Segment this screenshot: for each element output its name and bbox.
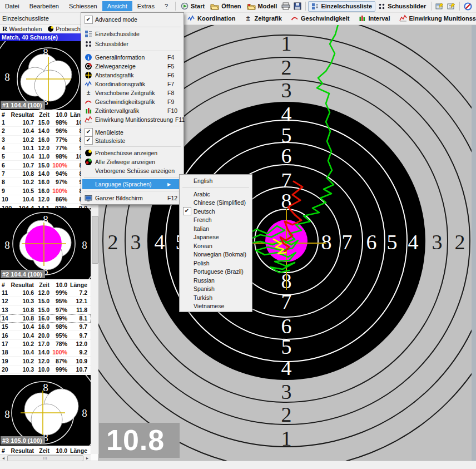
column-header-l-nge: Länge (69, 447, 89, 454)
menu-item-verborgene-sch-sse-anzeigen[interactable]: Verborgene Schüsse anzeigen (82, 166, 182, 175)
table-row[interactable]: 1810.414.0100%9.2 (0, 348, 91, 357)
cell: 12.0 (36, 145, 51, 151)
table-row[interactable]: 1310.815.097%11.8 (0, 306, 91, 314)
viewbar-geschwindigkeit-button[interactable]: Geschwindigkeit (288, 13, 352, 23)
language-item-japanese[interactable]: Japanese (181, 233, 251, 242)
viewbar-einwirkung-munitionsstreuung-button[interactable]: Einwirkung Munitionsstreuung (396, 13, 476, 23)
table-row[interactable]: 710.814.094%8.3 (0, 170, 91, 178)
einzelschussliste-button[interactable]: Einzelschussliste (308, 1, 375, 12)
cell: 94% (51, 170, 69, 177)
menubar-item-[interactable]: ? (160, 1, 173, 11)
menu-item-schussbilder[interactable]: Schussbilder (82, 39, 182, 49)
ring-number: 1 (281, 32, 292, 55)
language-item-norwegian-bokmal[interactable]: Norwegian (Bokmal) (181, 250, 251, 259)
menu-item-label: Alle Zielwege anzeigen (94, 159, 165, 165)
table-header-row: #ResultatZeit10.0Länge (0, 280, 91, 289)
print-button[interactable] (280, 1, 292, 11)
language-item-portuguese-brazil[interactable]: Portuguese (Brazil) (181, 268, 251, 277)
menu-item-ganzer-bildschirm[interactable]: Ganzer BildschirmF12 (82, 193, 182, 203)
start-label: Start (191, 3, 205, 9)
table-row[interactable]: 1610.420.095%9.7 (0, 331, 91, 339)
table-row[interactable]: 1110.612.099%7.2 (0, 289, 91, 297)
menu-item-koordinationsgrafik[interactable]: KoordinationsgrafikF7 (82, 80, 182, 88)
language-item-korean[interactable]: Korean (181, 241, 251, 250)
scrollbar-thumb[interactable]: ||| (7, 455, 83, 461)
stop-session-button[interactable] (462, 1, 474, 12)
ring-number: 1 (281, 427, 292, 450)
table-row[interactable]: 210.414.096%8.4 (0, 127, 91, 135)
table-row[interactable]: 810.216.097%9.4 (0, 178, 91, 186)
schussbilder-button[interactable]: Schussbilder (375, 2, 429, 11)
language-item-spanish[interactable]: Spanish (181, 285, 251, 294)
match-header[interactable]: Match, 40 Schuss(e) (0, 33, 91, 41)
open-button[interactable]: Öffnen (207, 2, 244, 11)
menu-item-label: Menüleiste (94, 129, 165, 136)
shot-target-thumbnail-2[interactable]: 8888#2 104.4 (100) (0, 208, 91, 279)
table-row[interactable]: 410.112.077%9.1 (0, 144, 91, 152)
menu-item-geschwindigkeitsgrafik[interactable]: GeschwindigkeitsgrafikF9 (82, 97, 182, 106)
language-item-deutsch[interactable]: ✔Deutsch (181, 207, 251, 216)
ring-number: 7 (281, 169, 292, 192)
table-row[interactable]: 1210.315.095%12.1 (0, 297, 91, 305)
scroll-left-arrow[interactable]: ◄ (0, 456, 7, 460)
menu-item-abstandsgrafik[interactable]: AbstandsgrafikF6 (82, 71, 182, 80)
shot-target-thumbnail-3[interactable]: 8888#3 105.0 (100) (0, 375, 91, 446)
vertical-scrollbar-main[interactable] (472, 24, 476, 461)
language-item-chinese-simplified[interactable]: Chinese (Simplified) (181, 199, 251, 208)
menu-item-alle-zielwege-anzeigen[interactable]: Alle Zielwege anzeigen (82, 157, 182, 166)
repeat-button[interactable]: R Wiederholen (2, 24, 42, 33)
table-row[interactable]: 1710.217.078%12.0 (0, 340, 91, 348)
menubar-item-extras[interactable]: Extras (132, 1, 160, 11)
menu-item-zeitintervallgrafik[interactable]: ZeitintervallgrafikF10 (82, 106, 182, 115)
menubar-item-ansicht[interactable]: Ansicht (102, 1, 132, 11)
export-window-button[interactable] (434, 2, 445, 11)
table-row[interactable]: 1410.816.099%8.1 (0, 314, 91, 323)
language-item-french[interactable]: French (181, 216, 251, 225)
menu-item-advanced-mode[interactable]: ✔Advanced mode (82, 14, 182, 25)
viewbar-zeitgrafik-button[interactable]: ±Zeitgrafik (241, 13, 285, 23)
language-item-arabic[interactable]: Arabic (181, 190, 251, 199)
export-report-button[interactable] (445, 2, 457, 11)
model-button[interactable]: Modell (244, 2, 280, 11)
menu-item-probesch-sse-anzeigen[interactable]: Probeschüsse anzeigen (82, 149, 182, 157)
language-item-turkish[interactable]: Turkish (181, 293, 251, 302)
menu-item-generalinformation[interactable]: iGeneralinformationF4 (82, 53, 182, 62)
table-row[interactable]: 610.715.0100%8.5 (0, 161, 91, 169)
menubar-item-schiessen[interactable]: Schiessen (64, 1, 102, 11)
table-row[interactable]: 1010.412.086%8.2 (0, 195, 91, 204)
menu-item-einwirkung-munitionsstreuung[interactable]: Einwirkung MunitionsstreuungF11 (82, 115, 182, 124)
menu-item-language-sprachen[interactable]: Language (Sprachen)▶ (82, 179, 182, 189)
table-row[interactable]: 2010.310.099%10.7 (0, 366, 91, 374)
table-row[interactable]: 1910.212.087%10.9 (0, 357, 91, 365)
scroll-right-arrow[interactable]: ► (84, 456, 91, 460)
table-row[interactable]: 510.411.098%10.2 (0, 152, 91, 161)
table-row[interactable]: 1510.416.098%9.7 (0, 323, 91, 331)
menu-item-zielweganzeige[interactable]: ZielweganzeigeF5 (82, 62, 182, 71)
language-item-italian[interactable]: Italian (181, 224, 251, 233)
language-item-russian[interactable]: Russian (181, 276, 251, 285)
menu-item-verschobene-zeitgrafik[interactable]: ±Verschobene ZeitgrafikF8 (82, 88, 182, 97)
language-item-english[interactable]: English (181, 176, 251, 186)
menu-separator (84, 146, 181, 147)
menubar-item-bearbeiten[interactable]: Bearbeiten (24, 1, 64, 11)
save-button[interactable] (292, 1, 303, 11)
dots-icon-slot (83, 40, 94, 48)
language-item-vietnamese[interactable]: Vietnamese (181, 302, 251, 311)
ring-number: 5 (281, 124, 292, 147)
interval-bars-icon (85, 107, 92, 115)
menu-shortcut: F11 (173, 116, 185, 123)
table-row[interactable]: 910.516.0100%8.8 (0, 186, 91, 195)
menu-item-men-leiste[interactable]: ✔Menüleiste (82, 128, 182, 136)
shot-target-thumbnail-1[interactable]: 8888#1 104.4 (100) (0, 41, 91, 110)
viewbar-koordination-button[interactable]: Koordination (185, 13, 238, 23)
menubar-item-datei[interactable]: Datei (0, 1, 24, 11)
last-shot-score: 10.8 (99, 423, 180, 458)
menu-item-statusleiste[interactable]: ✔Statusleiste (82, 136, 182, 145)
viewbar-interval-button[interactable]: Interval (355, 13, 393, 23)
start-button[interactable]: Start (178, 1, 207, 11)
menu-item-einzelschussliste[interactable]: Einzelschussliste (82, 29, 182, 39)
language-item-polish[interactable]: Polish (181, 259, 251, 268)
table-row[interactable]: 310.216.077%8.6 (0, 136, 91, 144)
table-row[interactable]: 110.715.098%10.3 (0, 119, 91, 127)
scrollbar-thumb[interactable] (92, 216, 98, 264)
